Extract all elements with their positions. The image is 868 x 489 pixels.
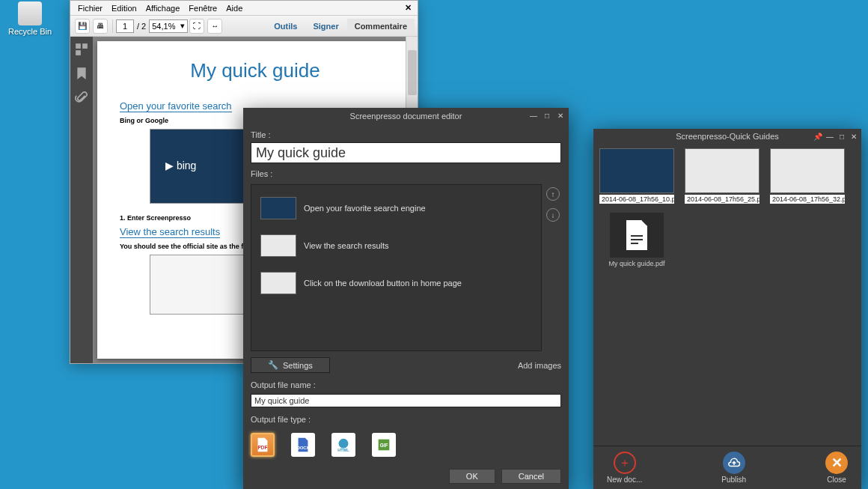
bookmark-icon[interactable] — [75, 67, 88, 80]
svg-rect-1 — [82, 43, 88, 49]
output-name-input[interactable] — [251, 394, 561, 407]
document-editor-window: Screenpresso document editor — □ ✕ Title… — [243, 108, 569, 489]
menu-fichier[interactable]: Fichier — [73, 4, 107, 13]
doc-section2: View the search results — [120, 226, 220, 238]
item-thumbnail — [770, 148, 845, 193]
close-button[interactable]: ✕ Close — [825, 452, 848, 484]
item-thumbnail — [685, 148, 760, 193]
page-total: / 2 — [137, 22, 146, 31]
filetype-pdf[interactable]: PDF — [251, 433, 275, 457]
file-label: Click on the download button in home pag… — [304, 279, 462, 288]
svg-rect-0 — [76, 43, 81, 49]
recycle-bin[interactable]: Recycle Bin — [7, 1, 52, 36]
editor-close-button[interactable]: ✕ — [555, 112, 566, 121]
file-thumbnail — [260, 197, 296, 219]
tab-outils[interactable]: Outils — [266, 19, 305, 34]
svg-text:GIF: GIF — [380, 443, 388, 448]
tab-commentaire[interactable]: Commentaire — [347, 19, 415, 34]
print-icon[interactable]: 🖶 — [93, 19, 108, 34]
move-up-button[interactable]: ↑ — [546, 187, 560, 201]
wrench-icon: 🔧 — [268, 360, 278, 370]
filetype-docx[interactable]: DOCX — [291, 433, 315, 457]
new-doc-button[interactable]: ＋ New doc... — [607, 452, 642, 484]
workspace-minimize-button[interactable]: — — [825, 133, 834, 141]
editor-maximize-button[interactable]: □ — [542, 112, 552, 121]
settings-button[interactable]: 🔧 Settings — [251, 357, 330, 373]
file-thumbnail — [260, 234, 296, 257]
menu-aide[interactable]: Aide — [221, 4, 247, 13]
menu-edition[interactable]: Edition — [107, 4, 141, 13]
workspace-item[interactable]: 2014-06-08_17h56_25.png — [685, 148, 760, 204]
file-thumbnail — [260, 272, 296, 294]
svg-text:DOCX: DOCX — [297, 446, 309, 450]
editor-window-title: Screenpresso document editor — [350, 112, 462, 121]
cloud-upload-icon — [723, 452, 745, 474]
file-label: View the search results — [304, 241, 389, 250]
svg-rect-10 — [631, 239, 643, 240]
add-images-link[interactable]: Add images — [518, 361, 561, 370]
svg-rect-2 — [76, 50, 81, 55]
workspace-title-section: Quick Guides — [730, 132, 779, 141]
zoom-select[interactable]: 54,1%▾ — [149, 19, 188, 33]
file-row[interactable]: Open your favorite search engine — [256, 189, 537, 227]
close-icon: ✕ — [825, 452, 848, 474]
files-list: Open your favorite search engine View th… — [251, 184, 542, 351]
workspace-grid: 2014-06-08_17h56_10.png 2014-06-08_17h56… — [593, 144, 861, 446]
save-icon[interactable]: 💾 — [75, 19, 90, 34]
menu-affichage[interactable]: Affichage — [141, 4, 185, 13]
svg-text:PDF: PDF — [258, 445, 268, 450]
files-label: Files : — [251, 169, 561, 178]
file-row[interactable]: View the search results — [256, 227, 537, 264]
recycle-bin-label: Recycle Bin — [7, 27, 52, 36]
filetype-gif[interactable]: GIF — [372, 433, 396, 457]
menu-fenetre[interactable]: Fenêtre — [184, 4, 221, 13]
svg-text:HTML: HTML — [337, 448, 349, 452]
doc-section1: Open your favorite search — [120, 100, 232, 112]
editor-minimize-button[interactable]: — — [528, 112, 539, 121]
workspace-panel: Screenpresso - Quick Guides 📌 — □ ✕ 2014… — [593, 129, 861, 489]
item-thumbnail — [599, 148, 674, 193]
title-input[interactable] — [251, 142, 561, 163]
file-row[interactable]: Click on the download button in home pag… — [256, 264, 537, 302]
workspace-header: Screenpresso - Quick Guides 📌 — □ ✕ — [593, 129, 861, 144]
pdf-toolbar: 💾 🖶 / 2 54,1%▾ ⛶ ↔ Outils Signer Comment… — [70, 16, 418, 37]
item-filename: 2014-06-08_17h56_32.png — [770, 195, 845, 204]
svg-rect-9 — [631, 235, 643, 237]
svg-rect-11 — [631, 243, 638, 244]
workspace-footer: ＋ New doc... Publish ✕ Close — [593, 446, 861, 489]
recycle-bin-icon — [18, 1, 42, 25]
page-number-input[interactable] — [116, 19, 134, 33]
filetype-html[interactable]: HTML — [331, 433, 355, 457]
pin-icon[interactable]: 📌 — [813, 133, 822, 141]
doc-title: My quick guide — [120, 59, 391, 82]
tab-signer[interactable]: Signer — [305, 19, 346, 34]
workspace-item[interactable]: 2014-06-08_17h56_10.png — [599, 148, 674, 204]
publish-button[interactable]: Publish — [721, 452, 746, 484]
zoom-fit-icon[interactable]: ⛶ — [189, 19, 204, 34]
workspace-close-button[interactable]: ✕ — [849, 133, 858, 141]
thumbnails-icon[interactable] — [75, 43, 88, 56]
item-filename: 2014-06-08_17h56_10.png — [599, 195, 674, 204]
output-type-label: Output file type : — [251, 415, 561, 424]
output-name-label: Output file name : — [251, 380, 561, 389]
workspace-item[interactable]: 2014-06-08_17h56_32.png — [770, 148, 845, 204]
title-label: Title : — [251, 130, 561, 139]
svg-point-5 — [339, 439, 349, 449]
file-label: Open your favorite search engine — [304, 204, 426, 213]
ok-button[interactable]: OK — [449, 469, 495, 484]
plus-icon: ＋ — [614, 452, 636, 474]
workspace-maximize-button[interactable]: □ — [837, 133, 846, 141]
item-filename: My quick guide.pdf — [599, 259, 674, 268]
workspace-title-app: Screenpresso — [676, 132, 727, 141]
pdf-menubar: Fichier Edition Affichage Fenêtre Aide ✕ — [70, 1, 418, 16]
item-filename: 2014-06-08_17h56_25.png — [685, 195, 760, 204]
cancel-button[interactable]: Cancel — [501, 469, 561, 484]
workspace-item-doc[interactable]: My quick guide.pdf — [599, 213, 674, 268]
pdf-close-button[interactable]: ✕ — [402, 3, 415, 13]
pdf-sidebar — [70, 37, 93, 363]
zoom-actual-icon[interactable]: ↔ — [207, 19, 222, 34]
move-down-button[interactable]: ↓ — [546, 208, 560, 222]
attachment-icon[interactable] — [75, 91, 88, 104]
editor-titlebar: Screenpresso document editor — □ ✕ — [243, 108, 569, 124]
document-icon — [610, 213, 664, 258]
